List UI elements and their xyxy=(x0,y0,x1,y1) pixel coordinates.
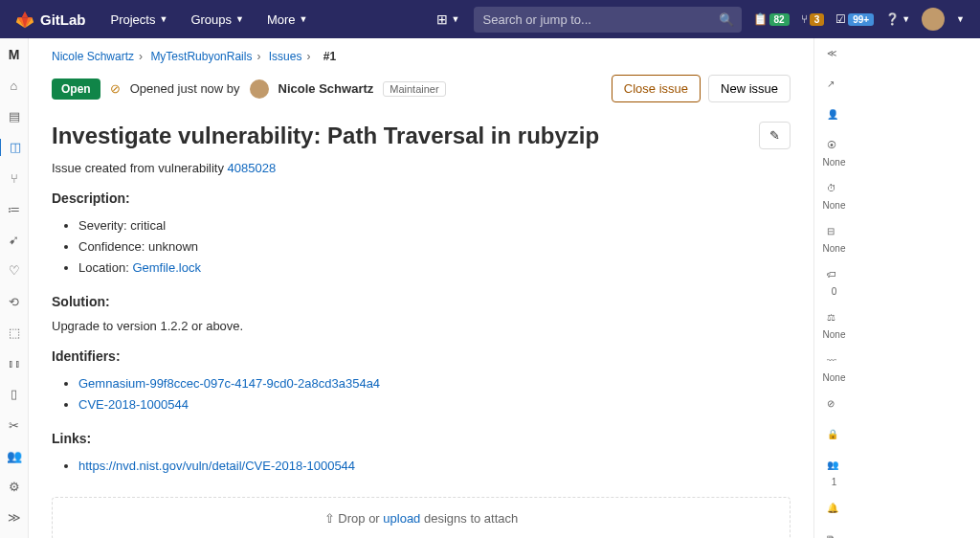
collapse-icon[interactable]: ≫ xyxy=(5,509,24,527)
weight-icon[interactable]: ⚖None xyxy=(823,312,846,340)
severity-item: Severity: critical xyxy=(78,215,791,236)
left-sidebar: M ⌂ ▤ ◫ ⑂ ≔ ➹ ♡ ⟲ ⬚ ⫾⫾ ▯ ✂ 👥 ⚙ ≫ xyxy=(0,38,29,538)
snippets-icon[interactable]: ✂ xyxy=(5,416,24,434)
shield-icon[interactable]: ♡ xyxy=(5,262,24,280)
location-link[interactable]: Gemfile.lock xyxy=(132,260,201,275)
settings-icon[interactable]: ⚙ xyxy=(5,479,24,496)
project-badge[interactable]: M xyxy=(5,46,24,63)
solution-text: Upgrade to version 1.2.2 or above. xyxy=(52,319,791,333)
external-link[interactable]: https://nvd.nist.gov/vuln/detail/CVE-201… xyxy=(78,459,355,473)
counter-todos[interactable]: ☑99+ xyxy=(835,12,874,26)
new-menu[interactable]: ⊞▼ xyxy=(436,11,460,27)
assignee-icon[interactable]: 👤 xyxy=(827,109,842,124)
confidence-item: Confidence: unknown xyxy=(78,236,791,258)
chevron-down-icon: ▼ xyxy=(159,14,167,24)
notifications-icon[interactable]: 🔔 xyxy=(827,503,842,518)
issue-title: Investigate vulnerability: Path Traversa… xyxy=(52,123,759,149)
collapse-right[interactable]: ≪ xyxy=(827,48,842,63)
analytics-icon[interactable]: ⫾⫾ xyxy=(5,355,24,372)
upload-link[interactable]: upload xyxy=(383,511,420,526)
lock-icon[interactable]: 🔒 xyxy=(827,429,842,444)
nav-projects[interactable]: Projects▼ xyxy=(101,7,178,33)
topnav: Projects▼ Groups▼ More▼ xyxy=(101,7,318,33)
issue-header: Open ⊘ Opened just now by Nicole Schwart… xyxy=(52,75,791,102)
identifiers-heading: Identifiers: xyxy=(52,348,791,364)
breadcrumb-section[interactable]: Issues xyxy=(269,50,302,63)
members-icon[interactable]: 👥 xyxy=(5,447,24,464)
edit-button[interactable]: ✎ xyxy=(759,122,791,149)
vulnerability-link[interactable]: 4085028 xyxy=(228,161,277,175)
ops-icon[interactable]: ⟲ xyxy=(5,293,24,310)
author-name[interactable]: Nicole Schwartz xyxy=(278,81,374,96)
help-icon[interactable]: ❔▼ xyxy=(885,12,910,26)
rocket-icon[interactable]: ➹ xyxy=(5,232,24,249)
breadcrumb-project[interactable]: MyTestRubyonRails xyxy=(150,50,252,63)
chevron-down-icon: ▼ xyxy=(956,14,965,24)
counter-issues[interactable]: 📋82 xyxy=(753,12,790,26)
iteration-icon[interactable]: ⊟None xyxy=(823,226,846,254)
user-avatar[interactable] xyxy=(922,8,945,31)
search-icon: 🔍 xyxy=(719,12,734,27)
solution-heading: Solution: xyxy=(52,294,791,309)
home-icon[interactable]: ⌂ xyxy=(5,77,24,94)
right-sidebar: ≪ ↗ 👤 ⦿None ⏱None ⊟None 🏷0 ⚖None 〰None ⊘… xyxy=(813,38,854,538)
topbar: GitLab Projects▼ Groups▼ More▼ ⊞▼ 🔍 📋82 … xyxy=(0,0,980,38)
location-item: Location: Gemfile.lock xyxy=(78,258,791,279)
chevron-down-icon: ▼ xyxy=(902,14,910,24)
identifier-link[interactable]: Gemnasium-99f8ccec-097c-4147-9cd0-2a8cd3… xyxy=(78,376,380,391)
wiki-icon[interactable]: ▯ xyxy=(5,386,24,403)
chevron-down-icon: ▼ xyxy=(452,14,460,24)
chevron-down-icon: ▼ xyxy=(300,14,308,24)
main-content: Nicole Schwartz› MyTestRubyonRails› Issu… xyxy=(29,38,813,538)
opened-text: Opened just now by xyxy=(130,81,240,96)
design-dropzone[interactable]: ⇧ Drop or upload designs to attach xyxy=(52,497,791,538)
issue-subtitle: Issue created from vulnerability 4085028 xyxy=(52,161,791,175)
chevron-down-icon: ▼ xyxy=(235,14,244,24)
confidential-toggle[interactable]: ⊘ xyxy=(827,398,842,414)
close-issue-button[interactable]: Close issue xyxy=(612,75,701,102)
gitlab-icon xyxy=(15,10,34,29)
breadcrumb-id: #1 xyxy=(323,50,336,63)
labels-icon[interactable]: 🏷0 xyxy=(827,269,842,297)
status-badge: Open xyxy=(52,78,100,100)
reference-icon[interactable]: ⧉ xyxy=(827,533,842,538)
search-wrap: 🔍 xyxy=(474,7,742,33)
counter-mrs[interactable]: ⑂3 xyxy=(801,12,825,26)
milestone-icon[interactable]: ⏱None xyxy=(823,183,846,211)
breadcrumb: Nicole Schwartz› MyTestRubyonRails› Issu… xyxy=(52,50,791,63)
todo-icon[interactable]: ↗ xyxy=(827,78,842,94)
search-input[interactable] xyxy=(474,7,742,33)
role-badge: Maintainer xyxy=(383,81,445,97)
packages-icon[interactable]: ⬚ xyxy=(5,324,24,341)
gitlab-logo[interactable]: GitLab xyxy=(15,10,86,29)
breadcrumb-user[interactable]: Nicole Schwartz xyxy=(52,50,134,63)
participants-icon[interactable]: 👥1 xyxy=(827,460,842,487)
confidential-icon: ⊘ xyxy=(110,81,121,96)
epic-icon[interactable]: ⦿None xyxy=(823,140,846,168)
author-avatar[interactable] xyxy=(250,79,269,99)
identifier-link[interactable]: CVE-2018-1000544 xyxy=(78,397,189,412)
new-issue-button[interactable]: New issue xyxy=(708,75,791,102)
brand-text: GitLab xyxy=(40,11,86,28)
issues-icon[interactable]: ◫ xyxy=(0,139,27,156)
repo-icon[interactable]: ▤ xyxy=(5,108,24,125)
health-icon[interactable]: 〰None xyxy=(823,355,846,383)
description-heading: Description: xyxy=(52,191,791,206)
ci-icon[interactable]: ≔ xyxy=(5,200,24,217)
nav-groups[interactable]: Groups▼ xyxy=(181,7,254,33)
links-heading: Links: xyxy=(52,431,791,446)
mr-icon[interactable]: ⑂ xyxy=(5,169,24,187)
nav-more[interactable]: More▼ xyxy=(257,7,318,33)
